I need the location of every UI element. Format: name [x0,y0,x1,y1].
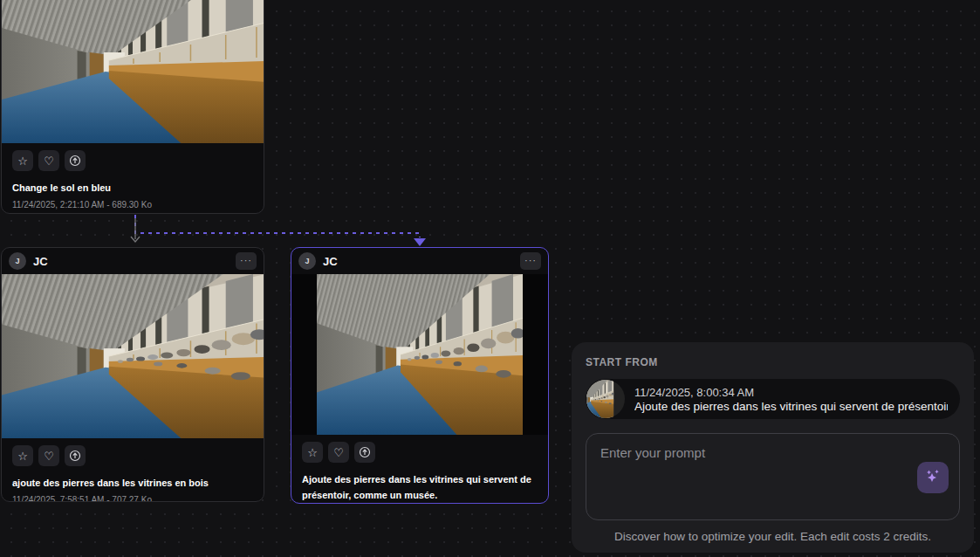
edit-panel: START FROM 11/24/2025, 8:00:34 AM Ajoute… [572,342,974,553]
prompt-caption: ajoute des pierres dans les vitrines en … [12,476,253,492]
timestamp-filesize: 11/24/2025, 7:58:51 AM - 707.27 Ko [12,495,253,502]
like-heart-button[interactable]: ♡ [328,442,349,463]
card-footer: ☆ ♡ ajoute des pierres dans les vitrines… [2,438,264,502]
prompt-input-box [586,433,960,520]
enhance-prompt-button[interactable] [917,462,949,493]
prompt-input[interactable] [586,434,959,519]
arrowhead-to-left-card [131,237,140,242]
heart-icon: ♡ [44,155,54,167]
card-footer: ☆ ♡ Change le sol en bleu 11/24/2025, 2:… [2,143,264,214]
card-menu-button[interactable]: ··· [236,252,257,270]
timestamp-filesize: 11/24/2025, 2:21:10 AM - 689.30 Ko [12,200,253,210]
start-from-source-chip[interactable]: 11/24/2025, 8:00:34 AM Ajoute des pierre… [586,379,960,419]
card-menu-button[interactable]: ··· [520,252,541,270]
arrowhead-to-selected-card [414,238,426,246]
star-icon: ☆ [17,155,28,167]
like-heart-button[interactable]: ♡ [38,445,59,466]
author-name: JC [33,255,48,268]
source-prompt-preview: Ajoute des pierres dans les vitrines qui… [634,400,948,413]
circle-up-arrow-icon [69,450,81,462]
card-header: J JC ··· [2,248,264,274]
upscale-button[interactable] [65,150,86,171]
circle-up-arrow-icon [359,446,371,458]
generated-image[interactable] [291,274,548,435]
card-footer: ☆ ♡ Ajoute des pierres dans les vitrines… [291,435,548,504]
circle-up-arrow-icon [69,155,81,167]
credits-info-text: Discover how to optimize your edit. Each… [586,530,960,543]
card-header: J JC ··· [291,248,548,274]
author-name: JC [323,255,338,268]
star-icon: ☆ [307,447,318,458]
star-icon: ☆ [17,450,28,462]
avatar: J [298,252,316,270]
like-heart-button[interactable]: ♡ [38,150,59,171]
favorite-star-button[interactable]: ☆ [302,442,323,463]
generation-card-source[interactable]: J JC ··· ☆ ♡ Change le sol en bleu 11/24… [1,0,264,214]
heart-icon: ♡ [333,447,344,458]
source-thumbnail [586,380,625,418]
upscale-button[interactable] [354,442,375,463]
generated-image[interactable] [2,0,264,143]
prompt-caption: Change le sol en bleu [12,181,253,196]
prompt-caption: Ajoute des pierres dans les vitrines qui… [302,472,538,503]
favorite-star-button[interactable]: ☆ [12,445,33,466]
generated-image[interactable] [2,274,264,438]
favorite-star-button[interactable]: ☆ [12,150,33,171]
avatar: J [9,252,26,270]
sparkles-icon [923,468,942,487]
generation-card-selected[interactable]: J JC ··· ☆ ♡ Ajoute des pierres dans les… [291,247,549,504]
app-canvas[interactable]: { "app": { "background_color": "#121214"… [0,0,980,557]
upscale-button[interactable] [65,445,86,466]
heart-icon: ♡ [44,450,54,462]
generation-card-left[interactable]: J JC ··· ☆ ♡ ajoute des pierres dans les… [1,247,264,502]
start-from-label: START FROM [586,356,960,368]
source-timestamp: 11/24/2025, 8:00:34 AM [634,386,948,399]
